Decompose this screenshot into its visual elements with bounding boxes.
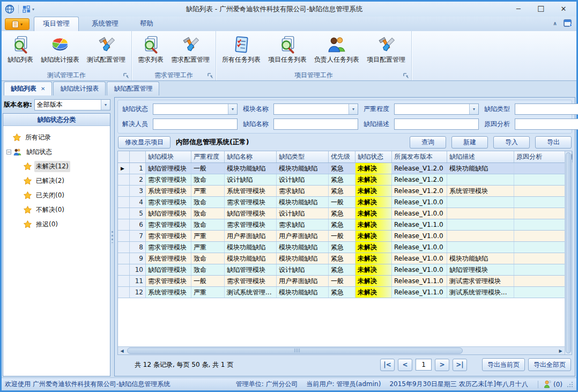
app-menu-button[interactable]: ▾ [5,18,29,30]
window-switch-icon[interactable] [564,19,572,27]
tree-item-all-records[interactable]: 所有记录 [13,130,108,145]
cell-defect-name: 缺陷管理模块 [225,208,277,219]
requirement-config-button[interactable]: 需求配置管理 [167,33,213,66]
export-button[interactable]: 导出 [535,136,572,149]
table-row[interactable]: 10 缺陷管理模块 致命 缺陷管理模块 设计缺陷 紧急 未解决 Release_… [118,264,565,276]
cell-cause-analysis [514,163,565,174]
header-release-version[interactable]: 所属发布版本 [392,151,447,162]
collapse-ribbon-icon[interactable]: ∧ [553,20,557,26]
cell-defect-status: 未解决 [355,253,392,264]
table-row[interactable]: 2 需求管理模块 致命 设计缺陷 设计缺陷 紧急 未解决 Release_V1.… [118,174,565,186]
import-button[interactable]: 导入 [493,136,530,149]
table-row[interactable]: 9 系统管理模块 致命 模块功能缺陷 模块功能缺陷 紧急 未解决 Release… [118,253,565,264]
header-severity[interactable]: 严重程度 [191,151,225,162]
dialog-launcher-icon[interactable] [403,73,409,79]
defect-name-input[interactable] [273,119,358,130]
scroll-right-icon[interactable]: ▶ [557,349,565,353]
filter-label-module-name: 模块名称 [243,105,271,114]
scrollbar-thumb[interactable] [566,152,571,353]
query-button[interactable]: 查询 [410,136,446,149]
chevron-down-icon[interactable]: ▾ [469,104,478,114]
header-cause-analysis[interactable]: 原因分析 [514,151,568,162]
severity-combobox[interactable]: ▾ [394,103,479,115]
app-logo-icon [5,4,14,14]
defect-type-combobox[interactable]: ▾ [515,103,578,115]
table-row[interactable]: 5 缺陷管理模块 致命 缺陷管理模块 设计缺陷 紧急 未解决 Release_V… [118,208,565,219]
dialog-launcher-icon[interactable] [123,73,129,79]
panel-splitter[interactable] [110,97,114,376]
expander-minus-icon[interactable]: − [6,150,11,154]
cell-severity: 一般 [191,276,225,286]
export-current-page-button[interactable]: 导出当前页 [482,358,525,371]
cell-defect-desc: 测试系统管理模块... [447,287,514,298]
table-row[interactable]: 3 系统管理模块 严重 系统管理模块 需求缺陷 紧急 未解决 Release_V… [118,186,565,197]
tree-item-unresolved[interactable]: 未解决(12) [24,159,108,174]
tree-item-wont-fix[interactable]: 不解决(0) [24,203,108,217]
last-page-button[interactable]: >| [453,359,467,371]
ribbon-tab-project-management[interactable]: 项目管理 [34,17,79,31]
table-row[interactable]: 12 系统管理模块 严重 测试系统管理... 模块功能缺陷 紧急 未解决 Rel… [118,287,565,298]
dialog-launcher-icon[interactable] [208,73,213,79]
page-number-input[interactable] [416,359,432,371]
header-defect-type[interactable]: 缺陷类型 [277,151,329,162]
close-button[interactable]: ✕ [559,5,568,13]
cell-defect-status: 未解决 [355,219,392,230]
defect-desc-input[interactable] [394,119,479,130]
maximize-button[interactable]: ☐ [537,5,545,13]
resize-grip[interactable] [567,381,573,388]
scroll-left-icon[interactable]: ◀ [118,349,126,353]
export-all-pages-button[interactable]: 导出全部页 [528,358,571,371]
table-row[interactable]: 1 缺陷管理模块 一般 模块功能缺陷 模块功能缺陷 紧急 未解决 Release… [118,163,565,174]
first-page-button[interactable]: |< [380,359,395,371]
tree-item-postponed[interactable]: 推迟(0) [24,217,108,232]
tree-item-defect-status[interactable]: − 缺陷状态 [5,145,108,159]
ribbon-tab-help[interactable]: 帮助 [131,17,162,31]
project-tasks-button[interactable]: 项目任务列表 [264,33,310,66]
datetime-text: 2015年9月30日星期三 农历乙未[羊]年八月十八 [389,380,528,389]
defect-status-combobox[interactable]: ▾ [153,103,238,115]
defect-stats-report-button[interactable]: 缺陷统计报表 [37,33,83,66]
cell-defect-desc [447,208,514,219]
table-row[interactable]: 4 需求管理模块 致命 需求管理模块 模块功能缺陷 一般 未解决 Release… [118,197,565,208]
new-button[interactable]: 新建 [451,136,488,149]
chevron-down-icon[interactable]: ▾ [228,104,237,114]
chevron-down-icon[interactable]: ▾ [101,100,110,110]
cell-priority: 紧急 [329,186,355,196]
cell-defect-status: 未解决 [355,287,392,298]
doc-tab-defect-config[interactable]: 缺陷配置管理 [107,82,159,95]
header-defect-desc[interactable]: 缺陷描述 [447,151,514,162]
chevron-down-icon[interactable]: ▾ [349,104,358,114]
defect-list-button[interactable]: 缺陷列表 [4,33,37,66]
header-defect-name[interactable]: 缺陷名称 [225,151,277,162]
header-defect-status[interactable]: 缺陷状态 [355,151,392,162]
doc-tab-defect-list[interactable]: 缺陷列表 ✕ [4,82,52,95]
horizontal-scrollbar[interactable]: ◀ ▶ [118,346,565,354]
requirement-list-button[interactable]: 需求列表 [134,33,167,66]
table-row[interactable]: 6 需求管理模块 致命 需求管理模块 需求缺陷 紧急 未解决 Release_V… [118,219,565,231]
test-config-button[interactable]: 测试配置管理 [83,33,129,66]
tree-item-closed[interactable]: 已关闭(0) [24,188,108,203]
header-defect-module[interactable]: 缺陷模块 [146,151,191,162]
table-row[interactable]: 8 需求管理模块 严重 模块功能缺陷 模块功能缺陷 紧急 未解决 Release… [118,242,565,253]
vertical-scrollbar[interactable] [565,151,572,354]
quick-access-toolbar-button[interactable]: ▾ [23,5,34,13]
header-priority[interactable]: 优先级 [329,151,355,162]
modify-display-items-button[interactable]: 修改显示项目 [118,136,171,149]
project-config-button[interactable]: 项目配置管理 [363,33,409,66]
next-page-button[interactable]: > [435,359,449,371]
module-name-combobox[interactable]: ▾ [273,103,358,115]
version-combobox[interactable]: 全部版本 ▾ [34,99,110,110]
minimize-button[interactable]: ─ [514,5,523,13]
close-tab-icon[interactable]: ✕ [41,86,45,92]
table-row[interactable]: 7 需求管理模块 严重 用户界面缺陷 用户界面缺陷 一般 未解决 Release… [118,231,565,242]
all-tasks-button[interactable]: 所有任务列表 [218,33,264,66]
cause-analysis-input[interactable] [515,119,578,130]
scrollbar-thumb[interactable] [127,347,463,354]
prev-page-button[interactable]: < [398,359,412,371]
tree-item-resolved[interactable]: 已解决(2) [24,174,108,188]
doc-tab-defect-stats[interactable]: 缺陷统计报表 [53,82,106,95]
owner-tasks-button[interactable]: 负责人任务列表 [310,33,363,66]
resolver-input[interactable] [153,119,238,130]
ribbon-tab-system-management[interactable]: 系统管理 [83,17,127,31]
table-row[interactable]: 11 需求管理模块 一般 需求管理模块 用户界面缺陷 一般 未解决 Releas… [118,276,565,287]
